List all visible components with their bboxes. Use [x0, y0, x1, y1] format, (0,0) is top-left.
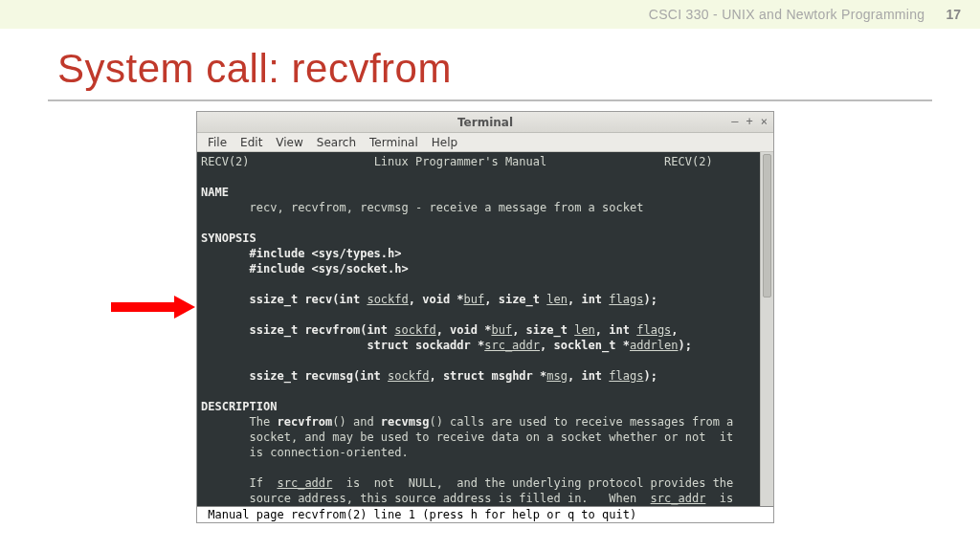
- terminal-title: Terminal: [197, 116, 773, 129]
- scrollbar-thumb[interactable]: [763, 154, 771, 298]
- terminal-body-wrap: RECV(2) Linux Programmer's Manual RECV(2…: [197, 152, 773, 506]
- maximize-icon[interactable]: +: [746, 114, 753, 129]
- slide-header-bar: CSCI 330 - UNIX and Newtork Programming …: [0, 0, 980, 29]
- window-controls: – + ×: [731, 114, 768, 129]
- title-area: System call: recvfrom: [0, 29, 980, 94]
- callout-arrow-icon: [111, 298, 195, 316]
- menu-help[interactable]: Help: [427, 135, 462, 150]
- page-number: 17: [946, 7, 961, 22]
- menu-terminal[interactable]: Terminal: [365, 135, 423, 150]
- menu-file[interactable]: File: [203, 135, 232, 150]
- menu-search[interactable]: Search: [312, 135, 361, 150]
- manpage-status-line: Manual page recvfrom(2) line 1 (press h …: [197, 506, 773, 522]
- slide-title: System call: recvfrom: [57, 46, 930, 92]
- terminal-menubar: File Edit View Search Terminal Help: [197, 133, 773, 152]
- course-name: CSCI 330 - UNIX and Newtork Programming: [649, 7, 925, 22]
- menu-edit[interactable]: Edit: [235, 135, 267, 150]
- minimize-icon[interactable]: –: [731, 114, 738, 129]
- close-icon[interactable]: ×: [761, 114, 768, 129]
- manpage-content: RECV(2) Linux Programmer's Manual RECV(2…: [197, 152, 760, 506]
- slide-body: Terminal – + × File Edit View Search Ter…: [0, 101, 980, 551]
- terminal-titlebar: Terminal – + ×: [197, 112, 773, 133]
- terminal-window: Terminal – + × File Edit View Search Ter…: [196, 111, 774, 523]
- menu-view[interactable]: View: [271, 135, 307, 150]
- terminal-scrollbar[interactable]: [760, 152, 773, 506]
